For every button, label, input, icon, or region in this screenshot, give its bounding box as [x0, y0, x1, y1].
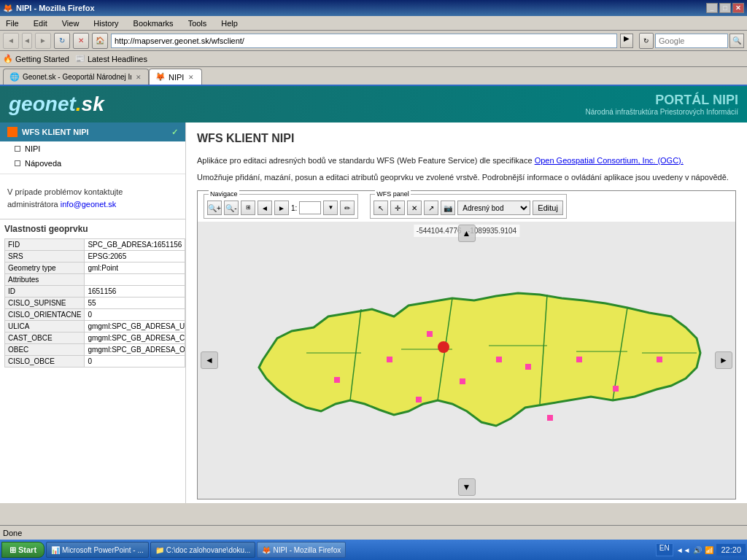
zoom-dropdown-button[interactable]: ▼ — [323, 201, 338, 215]
search-button[interactable]: 🔍 — [729, 34, 744, 48]
menu-bookmarks[interactable]: Bookmarks — [131, 18, 177, 29]
pan-right-button[interactable]: ► — [274, 201, 289, 215]
prop-val-cast-obce: gmgml:SPC_GB_ADRESA_C — [85, 332, 185, 344]
start-button[interactable]: ⊞ Start — [1, 542, 44, 558]
close-button[interactable]: ✕ — [732, 3, 744, 13]
reload-button[interactable]: ↻ — [54, 33, 70, 49]
taskbar-firefox-label: NIPI - Mozilla Firefox — [273, 546, 341, 554]
stop-button[interactable]: ✕ — [73, 33, 89, 49]
screenshot-tool-button[interactable]: 📷 — [441, 201, 455, 215]
main-content-area: WFS KLIENT NIPI Aplikáce pro editaci adr… — [186, 122, 747, 503]
menu-tools[interactable]: Tools — [185, 18, 210, 29]
forward-button[interactable]: ► — [35, 33, 51, 49]
sidebar-section-header: WFS KLIENT NIPI ✓ — [0, 122, 185, 141]
search-input[interactable] — [655, 34, 728, 48]
taskbar-powerpoint-label: Microsoft PowerPoint - ... — [62, 546, 144, 554]
back-button[interactable]: ◄ — [3, 33, 19, 49]
geonet-tab-close[interactable]: ✕ — [134, 73, 142, 82]
map-area[interactable]: -544104.4776 , -1089935.9104 ◄ ► ▲ — [198, 222, 735, 499]
prop-key-id: ID — [5, 286, 85, 298]
minimize-button[interactable]: _ — [706, 3, 718, 13]
address-point-2[interactable] — [387, 357, 392, 362]
prop-row-attributes: Attributes — [5, 274, 185, 286]
navigation-group-label: Navigace — [209, 190, 239, 200]
selected-address-point[interactable] — [438, 341, 449, 353]
geonet-tab-icon: 🌐 — [9, 72, 20, 82]
refresh-icon[interactable]: ↻ — [639, 33, 654, 49]
menu-view[interactable]: View — [59, 18, 82, 29]
firefox-taskbar-icon: 🦊 — [262, 546, 271, 554]
prop-val-id: 1651156 — [85, 286, 185, 298]
zoom-in-button[interactable]: 🔍+ — [207, 201, 222, 215]
zoom-out-button[interactable]: 🔍- — [224, 201, 239, 215]
menu-edit[interactable]: Edit — [31, 18, 50, 29]
menu-history[interactable]: History — [90, 18, 121, 29]
home-button[interactable]: 🏠 — [92, 33, 108, 49]
delete-tool-button[interactable]: ✕ — [407, 201, 422, 215]
ogc-link[interactable]: Open Geospatial Consortium, Inc. (OGC). — [535, 156, 684, 165]
nipi-tab-close[interactable]: ✕ — [187, 73, 196, 82]
maximize-button[interactable]: □ — [719, 3, 731, 13]
address-point-10[interactable] — [657, 357, 662, 362]
latest-headlines-label: Latest Headlines — [88, 55, 147, 63]
main-title: WFS KLIENT NIPI — [197, 130, 736, 147]
start-icon: ⊞ — [9, 545, 16, 555]
go-button[interactable]: ▶ — [620, 34, 633, 48]
sidebar-section-title: WFS KLIENT NIPI — [22, 128, 89, 136]
wfs-panel-group: WFS panel ↖ ✛ ✕ ↗ 📷 Adresný bod Edituj — [370, 194, 567, 219]
prop-val-cislo-orientacne: 0 — [85, 309, 185, 321]
sidebar: WFS KLIENT NIPI ✓ NIPI Nápoveda V prípad… — [0, 122, 186, 503]
address-point-5[interactable] — [496, 357, 502, 362]
wfs-panel-label: WFS panel — [375, 190, 411, 200]
window-controls[interactable]: _ □ ✕ — [706, 3, 744, 13]
edit-button[interactable]: Edituj — [533, 201, 563, 215]
sidebar-contact: V prípade problémov kontaktujte administ… — [0, 177, 185, 219]
menu-help[interactable]: Help — [218, 18, 241, 29]
pan-left-button[interactable]: ◄ — [258, 201, 272, 215]
address-point-6[interactable] — [525, 364, 531, 370]
sidebar-item-nipi[interactable]: NIPI — [0, 141, 185, 156]
bookmarks-bar: 🔥 Getting Started 📰 Latest Headlines — [0, 51, 747, 67]
nav-bar: ◄ ◄ ► ↻ ✕ 🏠 ▶ ↻ 🔍 — [0, 31, 747, 51]
address-point-9[interactable] — [613, 386, 619, 392]
taskbar-item-powerpoint[interactable]: 📊 Microsoft PowerPoint - ... — [46, 542, 149, 558]
tab-nipi[interactable]: 🦊 NIPI ✕ — [149, 69, 202, 85]
address-bar[interactable] — [111, 34, 617, 48]
prop-val-cislo-obce: 0 — [85, 356, 185, 368]
contact-line2: administrátora — [7, 200, 58, 209]
bookmark-getting-started[interactable]: 🔥 Getting Started — [3, 54, 69, 63]
properties-table: FID SPC_GB_ADRESA:1651156 SRS EPSG:2065 … — [4, 238, 185, 368]
prop-val-fid: SPC_GB_ADRESA:1651156 — [85, 239, 185, 251]
bookmark-latest-headlines[interactable]: 📰 Latest Headlines — [75, 54, 147, 63]
contact-email-link[interactable]: info@geonet.sk — [61, 200, 117, 209]
sidebar-item-napoveda[interactable]: Nápoveda — [0, 156, 185, 171]
prop-key-ulica: ULICA — [5, 321, 85, 332]
address-point-7[interactable] — [547, 415, 553, 421]
address-point-3[interactable] — [416, 397, 422, 402]
address-point-1[interactable] — [334, 377, 340, 383]
sidebar-item-napoveda-label: Nápoveda — [25, 159, 61, 168]
taskbar-item-folder[interactable]: 📁 C:\doc zalohovane\doku... — [150, 542, 256, 558]
address-point-11[interactable] — [427, 331, 433, 337]
prop-row-obec: OBEC gmgml:SPC_GB_ADRESA_O — [5, 344, 185, 356]
prop-val-attributes — [85, 274, 185, 286]
zoom-extent-button[interactable]: ⊞ — [241, 201, 255, 215]
portal-title-main: PORTÁL NIPI — [585, 93, 738, 108]
language-button[interactable]: EN — [656, 543, 673, 556]
move-tool-button[interactable]: ✛ — [390, 201, 405, 215]
taskbar-item-firefox[interactable]: 🦊 NIPI - Mozilla Firefox — [257, 542, 346, 558]
back-arrow[interactable]: ◄ — [22, 33, 32, 49]
prop-val-cislo-supisne: 55 — [85, 298, 185, 309]
layer-select[interactable]: Adresný bod — [457, 201, 530, 215]
tab-geonet[interactable]: 🌐 Geonet.sk - Geoportál Národnej Infra..… — [3, 69, 149, 85]
slovakia-map-svg[interactable] — [219, 244, 715, 477]
select-tool-button[interactable]: ↖ — [374, 201, 388, 215]
info-tool-button[interactable]: ↗ — [424, 201, 438, 215]
geonet-tab-label: Geonet.sk - Geoportál Národnej Infra... — [23, 73, 131, 81]
zoom-input[interactable] — [299, 201, 321, 214]
address-point-4[interactable] — [460, 378, 465, 384]
taskbar: ⊞ Start 📊 Microsoft PowerPoint - ... 📁 C… — [0, 540, 747, 560]
edit-tool-button[interactable]: ✏ — [340, 201, 355, 215]
menu-file[interactable]: File — [3, 18, 22, 29]
address-point-8[interactable] — [576, 357, 582, 362]
